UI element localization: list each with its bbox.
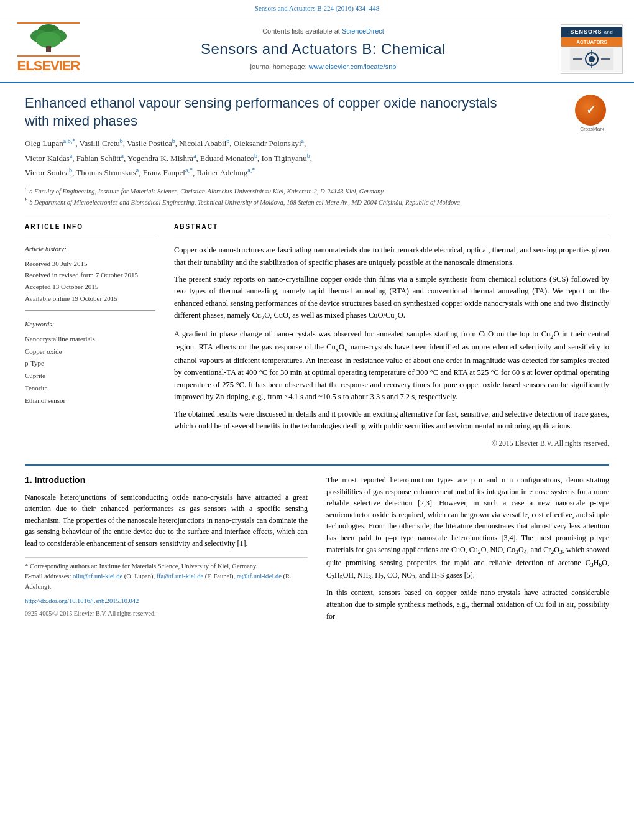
- journal-center: Contents lists available at ScienceDirec…: [86, 27, 561, 72]
- homepage-label: journal homepage:: [250, 63, 307, 70]
- keyword-6: Ethanol sensor: [25, 395, 155, 407]
- abstract-p2: The present study reports on nano-crysta…: [174, 274, 609, 323]
- keywords-list: Nanocrystalline materials Copper oxide p…: [25, 333, 155, 407]
- email1-link[interactable]: ollu@tf.uni-kiel.de: [73, 573, 122, 579]
- keyword-5: Tenorite: [25, 382, 155, 395]
- intro-right-text: The most reported heterojunction types a…: [326, 474, 609, 622]
- body-left: 1. Introduction Nanoscale heterojunction…: [25, 474, 308, 626]
- keyword-4: Cuprite: [25, 370, 155, 382]
- article-history-label: Article history:: [25, 244, 155, 254]
- keywords-section: Keywords: Nanocrystalline materials Copp…: [25, 320, 155, 407]
- intro-number: 1.: [25, 475, 32, 485]
- email2-person: (F. Faupel),: [205, 573, 235, 579]
- sciencedirect-link[interactable]: ScienceDirect: [342, 27, 384, 35]
- abstract-p4: The obtained results were discussed in d…: [174, 408, 609, 433]
- email3-link[interactable]: ra@tf.uni-kiel.de: [237, 573, 282, 579]
- abstract-header: ABSTRACT: [174, 223, 609, 231]
- doi-link[interactable]: http://dx.doi.org/10.1016/j.snb.2015.10.…: [25, 598, 139, 604]
- intro-r-p2: In this context, sensors based on copper…: [326, 587, 609, 622]
- sensors-logo: SENSORS and ACTUATORS: [561, 24, 623, 74]
- abstract-col: ABSTRACT Copper oxide nanostructures are…: [174, 223, 609, 450]
- journal-title: Sensors and Actuators B: Chemical: [86, 39, 561, 60]
- abstract-text: Copper oxide nanostructures are fascinat…: [174, 244, 609, 450]
- received-date: Received 30 July 2015: [25, 258, 155, 270]
- sensors-logo-actuators: ACTUATORS: [561, 37, 622, 47]
- sensors-visual-icon: [570, 48, 613, 70]
- content-area: Enhanced ethanol vapour sensing performa…: [0, 83, 634, 456]
- elsevier-logo: ELSEVIER: [11, 22, 86, 76]
- bottom-area: 1. Introduction Nanoscale heterojunction…: [0, 456, 634, 632]
- svg-point-4: [36, 32, 61, 48]
- bottom-divider: [25, 464, 609, 466]
- abstract-divider: [174, 238, 609, 238]
- info-abstract-cols: ARTICLE INFO Article history: Received 3…: [25, 223, 609, 450]
- header-divider: [25, 216, 609, 216]
- top-bar: Sensors and Actuators B 224 (2016) 434–4…: [0, 0, 634, 16]
- footnotes: * Corresponding authors at: Institute fo…: [25, 557, 308, 619]
- revised-date: Received in revised form 7 October 2015: [25, 269, 155, 281]
- email2-link[interactable]: ffa@tf.uni-kiel.de: [157, 573, 203, 579]
- email1-person: (O. Lupan),: [124, 573, 155, 579]
- keyword-1: Nanocrystalline materials: [25, 333, 155, 346]
- sensors-logo-top: SENSORS and: [561, 27, 622, 37]
- article-title: Enhanced ethanol vapour sensing performa…: [25, 95, 563, 130]
- abstract-p1: Copper oxide nanostructures are fascinat…: [174, 244, 609, 269]
- accepted-date: Accepted 13 October 2015: [25, 281, 155, 293]
- article-info-header: ARTICLE INFO: [25, 223, 155, 231]
- elsevier-tree-icon: [17, 22, 80, 57]
- info-divider: [25, 238, 155, 238]
- svg-rect-6: [17, 22, 80, 24]
- affiliation-a: a Faculty of Engineering, Institute for …: [29, 187, 384, 194]
- crossmark-label: CrossMark: [575, 126, 609, 132]
- elsevier-wordmark: ELSEVIER: [17, 57, 80, 76]
- page: Sensors and Actuators B 224 (2016) 434–4…: [0, 0, 634, 840]
- copyright: © 2015 Elsevier B.V. All rights reserved…: [174, 438, 609, 450]
- authors: Oleg Lupana,b,*, Vasilii Cretub, Vasile …: [25, 136, 609, 179]
- title-area: Enhanced ethanol vapour sensing performa…: [25, 95, 609, 130]
- abstract-p3: A gradient in phase change of nano-cryst…: [174, 328, 609, 404]
- journal-header: ELSEVIER Contents lists available at Sci…: [0, 16, 634, 83]
- svg-point-10: [589, 56, 595, 62]
- keyword-3: p-Type: [25, 358, 155, 370]
- body-columns: 1. Introduction Nanoscale heterojunction…: [25, 474, 609, 626]
- doi-line: http://dx.doi.org/10.1016/j.snb.2015.10.…: [25, 596, 308, 607]
- journal-homepage: journal homepage: www.elsevier.com/locat…: [86, 62, 561, 72]
- crossmark-icon: ✓: [575, 95, 606, 126]
- article-info-col: ARTICLE INFO Article history: Received 3…: [25, 223, 155, 450]
- crossmark-badge: ✓ CrossMark: [575, 95, 609, 129]
- svg-rect-5: [46, 46, 51, 52]
- contents-label: Contents lists available at: [262, 27, 340, 35]
- contents-line: Contents lists available at ScienceDirec…: [86, 27, 561, 36]
- email-label: E-mail addresses:: [25, 573, 71, 579]
- intro-title-text: Introduction: [35, 475, 86, 485]
- sensors-logo-image: [561, 47, 622, 72]
- available-date: Available online 19 October 2015: [25, 293, 155, 305]
- intro-left-text: Nanoscale heterojunctions of semiconduct…: [25, 492, 308, 550]
- article-dates: Received 30 July 2015 Received in revise…: [25, 258, 155, 305]
- intro-p1: Nanoscale heterojunctions of semiconduct…: [25, 492, 308, 550]
- intro-r-p1: The most reported heterojunction types a…: [326, 474, 609, 583]
- issn-line: 0925-4005/© 2015 Elsevier B.V. All right…: [25, 609, 308, 619]
- affiliation-b: b Department of Microelectronics and Bio…: [29, 199, 460, 206]
- keyword-2: Copper oxide: [25, 346, 155, 358]
- journal-citation: Sensors and Actuators B 224 (2016) 434–4…: [255, 4, 379, 12]
- keywords-divider: [25, 310, 155, 311]
- body-right: The most reported heterojunction types a…: [326, 474, 609, 626]
- keywords-label: Keywords:: [25, 320, 155, 329]
- intro-title: 1. Introduction: [25, 474, 308, 487]
- corresponding-note: * Corresponding authors at: Institute fo…: [25, 561, 308, 572]
- affiliations: a a Faculty of Engineering, Institute fo…: [25, 185, 609, 208]
- email-addresses: E-mail addresses: ollu@tf.uni-kiel.de (O…: [25, 571, 308, 593]
- homepage-url[interactable]: www.elsevier.com/locate/snb: [309, 63, 397, 70]
